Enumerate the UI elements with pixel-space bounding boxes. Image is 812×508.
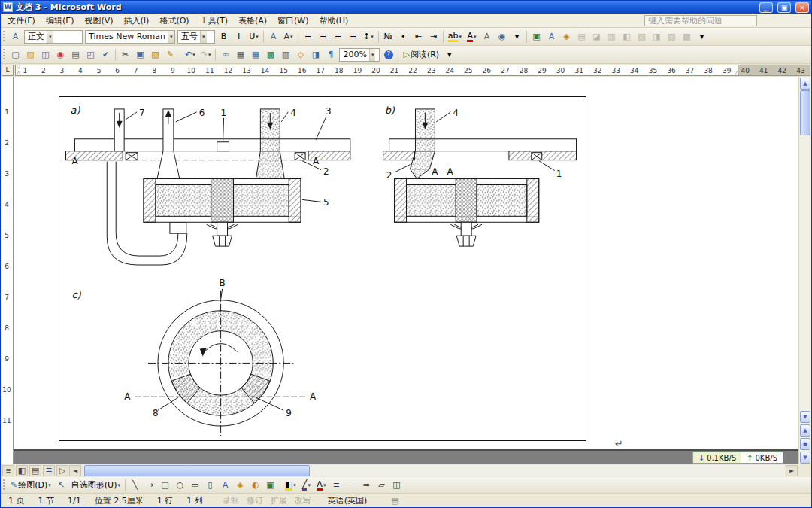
drawing-toolbar-toggle-button[interactable]: ◇ [293,47,308,62]
character-border-button[interactable]: A [266,29,280,44]
extra-tool-7-button[interactable]: ▧ [665,29,679,44]
line-spacing-button[interactable]: ↕▾ [361,29,376,44]
fill-color-button[interactable]: ◧▾ [283,478,298,492]
permission-button[interactable]: ◉ [53,47,68,62]
document-map-button[interactable]: ◨ [308,47,323,62]
align-center-button[interactable]: ≡ [316,29,330,44]
font-color-button[interactable]: A▾ [465,29,479,44]
tab-selector[interactable]: L [2,65,14,76]
toolbar-grip[interactable] [3,49,5,61]
3d-style-button[interactable]: ◫ [389,478,404,492]
character-scaling-dropdown[interactable]: ▾ [290,34,293,40]
columns-button[interactable]: ▥ [278,47,292,62]
status-mode[interactable]: 扩展 [271,495,287,506]
cut-button[interactable]: ✂ [118,47,132,62]
document-page[interactable]: a) [14,77,798,451]
scroll-left-button[interactable]: ◄ [69,465,81,476]
help-question-input[interactable]: 键入需要帮助的问题 [644,15,757,26]
next-page-button[interactable]: ▼ [800,452,810,464]
new-document-button[interactable]: ▢ [8,47,23,62]
menu-item-insert[interactable]: 插入(I) [119,14,155,28]
draw-menu-dropdown[interactable]: ▾ [48,482,51,488]
extra-toolbar-options-button[interactable]: ▾ [695,29,709,44]
underline-button[interactable]: U▾ [247,29,261,44]
redo-button[interactable]: ↷▾ [198,47,214,62]
copy-button[interactable]: ▣ [133,47,147,62]
line-color-dropdown[interactable]: ▾ [308,482,311,488]
format-painter-button[interactable]: ✎ [163,47,177,62]
font-combo[interactable]: Times New Roman ▾ [85,30,175,44]
insert-clip-art-button[interactable]: ◐ [248,478,262,492]
arrow-style-button[interactable]: ⇒ [359,478,374,492]
redo-dropdown[interactable]: ▾ [208,52,211,58]
print-button[interactable]: ▤ [68,47,83,62]
close-button[interactable]: × [795,2,809,13]
read-mode-button[interactable]: ▷阅读(R) [401,47,441,62]
insert-wordart-button[interactable]: A [544,29,559,44]
fill-color-dropdown[interactable]: ▾ [293,482,296,488]
horizontal-ruler[interactable]: ▽ △ △ 1234567891011121314151617181920212… [15,65,810,76]
arrow-button[interactable]: → [143,478,157,492]
vertical-scroll-track[interactable] [799,135,811,410]
vertical-text-box-button[interactable]: ▯ [203,478,217,492]
insert-picture-from-file-button[interactable]: ▣ [263,478,277,492]
menu-item-help[interactable]: 帮助(H) [314,14,354,28]
draw-menu-button[interactable]: ✎绘图(D)▾ [8,478,53,492]
text-box-button[interactable]: ▭ [188,478,202,492]
horizontal-scroll-track[interactable] [83,465,785,476]
minimize-button[interactable]: ▁ [759,2,773,13]
bold-button[interactable]: B [217,29,231,44]
character-scaling-button[interactable]: A▾ [281,29,295,44]
line-color-button[interactable]: ╱▾ [299,478,314,492]
font-color-dropdown[interactable]: ▾ [323,482,326,488]
align-left-button[interactable]: ≡ [301,29,315,44]
justify-button[interactable]: ≡ [346,29,360,44]
menu-item-tools[interactable]: 工具(T) [195,14,233,28]
status-mode[interactable]: 修订 [247,495,263,506]
first-line-indent-marker[interactable]: ▽ [17,65,20,70]
std-toolbar-options-button[interactable]: ▾ [442,47,456,62]
insert-diagram-orgchart-button[interactable]: ◈ [233,478,247,492]
font-color-dropdown[interactable]: ▾ [474,34,477,40]
insert-hyperlink-button[interactable]: ∞ [218,47,232,62]
status-mode[interactable]: 改写 [295,495,311,506]
print-preview-button[interactable]: ◰ [83,47,98,62]
autoshapes-menu-button[interactable]: 自选图形(U)▾ [69,478,123,492]
restore-button[interactable]: ▣ [777,2,791,13]
autoshapes-menu-dropdown[interactable]: ▾ [117,482,120,488]
bullets-button[interactable]: • [396,29,411,44]
extra-tool-4-button[interactable]: ◧ [620,29,634,44]
network-speed-overlay[interactable]: ↓ 0.1KB/S ↑ 0KB/S [692,452,783,464]
previous-page-button[interactable]: ▲ [800,424,810,437]
zoom-combo[interactable]: 200% ▾ [339,48,380,62]
scroll-up-button[interactable]: ▲ [800,78,810,90]
status-mode[interactable]: 录制 [223,495,239,506]
vertical-scroll-thumb[interactable] [800,90,810,135]
fmt-toolbar-options-button[interactable]: ▾ [510,29,524,44]
hanging-indent-marker[interactable]: △ [17,71,20,76]
align-right-button[interactable]: ≡ [331,29,345,44]
menu-item-view[interactable]: 视图(V) [79,14,118,28]
insert-diagram-button[interactable]: ◈ [559,29,574,44]
scroll-right-button[interactable]: ► [786,465,798,476]
oval-button[interactable]: ○ [173,478,187,492]
highlight-dropdown[interactable]: ▾ [459,34,462,40]
titlebar[interactable]: W 文档 3 - Microsoft Word ▁ ▣ × [1,1,811,14]
extra-tool-2-button[interactable]: ◪ [589,29,604,44]
web-layout-view-button[interactable]: ◧ [16,465,28,476]
extra-tool-8-button[interactable]: ▩ [680,29,694,44]
style-combo[interactable]: 正文 ▾ [24,30,83,44]
normal-view-button[interactable]: ≡ [2,465,14,476]
extra-tool-3-button[interactable]: ▥ [604,29,619,44]
vertical-scrollbar[interactable]: ▲ ▼ ▲ ● ▼ [798,77,811,464]
italic-button[interactable]: I [232,29,246,44]
font-color-button[interactable]: A▾ [314,478,329,492]
font-size-combo[interactable]: 五号 ▾ [177,30,215,44]
print-layout-view-button[interactable]: ▤ [29,465,41,476]
undo-button[interactable]: ↶▾ [183,47,198,62]
font-combo-dropdown[interactable]: ▾ [168,31,174,43]
line-spacing-dropdown[interactable]: ▾ [371,34,374,40]
show-hide-marks-button[interactable]: ¶ [323,47,338,62]
scroll-down-button[interactable]: ▼ [800,411,810,423]
toolbar-grip[interactable] [3,31,5,43]
